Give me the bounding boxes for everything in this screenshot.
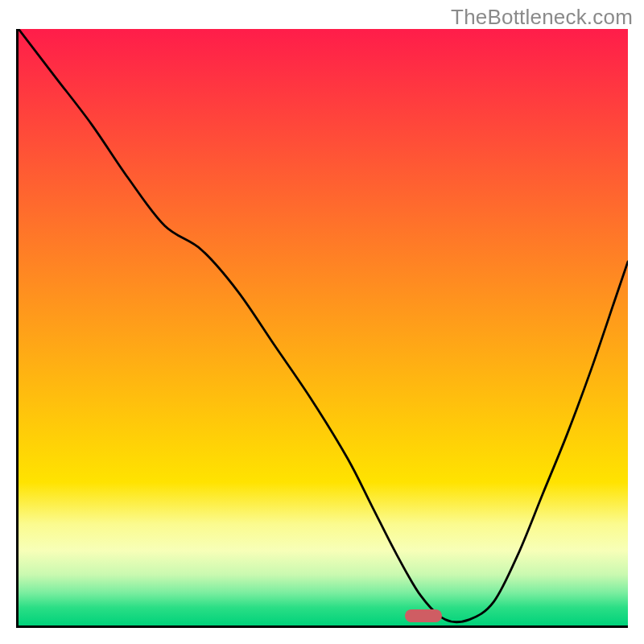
watermark-text: TheBottleneck.com xyxy=(451,5,633,30)
optimum-marker xyxy=(405,609,442,622)
chart-stage: TheBottleneck.com xyxy=(0,0,644,644)
bottleneck-curve xyxy=(19,29,628,622)
curve-svg xyxy=(19,29,628,625)
plot-area xyxy=(16,29,628,628)
